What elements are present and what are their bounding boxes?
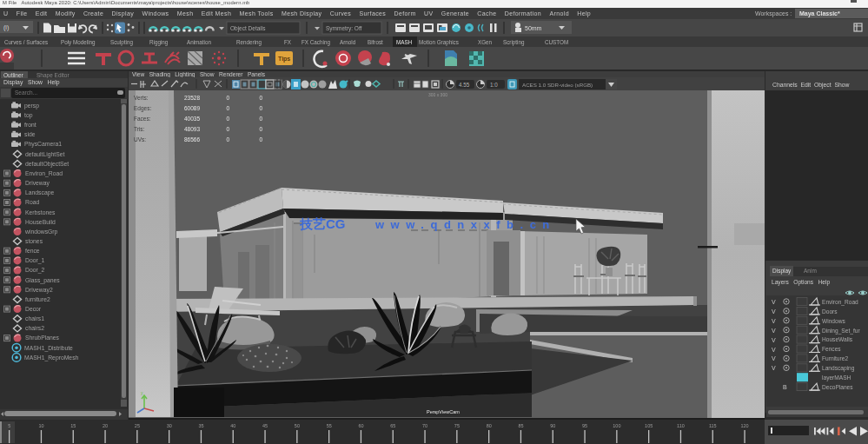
svg-text:技艺CG: 技艺CG (299, 216, 346, 231)
svg-text:0: 0 (259, 136, 262, 142)
svg-text:40035: 40035 (184, 116, 200, 122)
svg-text:15: 15 (70, 423, 76, 428)
svg-text:Symmetry: Off: Symmetry: Off (326, 25, 362, 32)
svg-text:Fences: Fences (822, 346, 841, 352)
svg-text:300 x 300: 300 x 300 (428, 92, 447, 97)
svg-text:120: 120 (741, 423, 749, 428)
svg-text:www.qdnxxfb.cn: www.qdnxxfb.cn (374, 218, 556, 231)
svg-text:DecoPlanes: DecoPlanes (822, 384, 853, 390)
svg-text:50mm: 50mm (525, 25, 542, 31)
svg-text:HouseWalls: HouseWalls (822, 336, 853, 342)
svg-text:30: 30 (167, 423, 172, 428)
svg-text:50: 50 (295, 423, 300, 428)
svg-text:ShrubPlanes: ShrubPlanes (25, 335, 60, 341)
svg-text:defaultLightSet: defaultLightSet (25, 151, 64, 158)
svg-text:4.55: 4.55 (459, 82, 470, 88)
svg-text:48093: 48093 (184, 126, 200, 132)
svg-text:V: V (772, 328, 776, 334)
svg-text:0: 0 (226, 126, 229, 132)
svg-text:5: 5 (8, 423, 10, 428)
svg-text:Edges:: Edges: (134, 105, 151, 112)
svg-text:90: 90 (550, 423, 555, 428)
svg-text:1:0: 1:0 (490, 82, 498, 88)
svg-text:20: 20 (103, 423, 108, 428)
svg-text:0: 0 (259, 95, 262, 101)
svg-text:V: V (772, 365, 776, 371)
svg-text:Object Details: Object Details (230, 25, 266, 32)
svg-text:windowsGrp: windowsGrp (24, 229, 58, 235)
svg-text:Driveway: Driveway (25, 180, 50, 187)
svg-text:PerspViewCam: PerspViewCam (427, 409, 460, 414)
svg-text:Verts:: Verts: (134, 95, 149, 101)
svg-text:MASH1_ReproMesh: MASH1_ReproMesh (24, 355, 79, 361)
svg-text:fence: fence (25, 248, 40, 254)
svg-text:Door_1: Door_1 (25, 257, 45, 264)
svg-text:stones: stones (25, 238, 43, 244)
svg-text:40: 40 (230, 423, 235, 428)
svg-text:80: 80 (487, 423, 492, 428)
svg-text:105: 105 (645, 423, 653, 428)
svg-text:0: 0 (259, 126, 262, 132)
svg-text:23528: 23528 (184, 95, 200, 101)
svg-text:0: 0 (226, 116, 229, 122)
svg-text:Road: Road (25, 199, 39, 205)
svg-text:0: 0 (259, 116, 262, 122)
svg-text:chairs1: chairs1 (25, 315, 44, 321)
svg-text:65: 65 (390, 423, 395, 428)
svg-text:10: 10 (38, 423, 43, 428)
svg-text:B: B (783, 384, 787, 390)
svg-text:ACES 1.0 SDR-video (sRGB): ACES 1.0 SDR-video (sRGB) (522, 82, 593, 88)
svg-text:HouseBuild: HouseBuild (25, 219, 56, 225)
svg-text:Driveway2: Driveway2 (25, 287, 53, 294)
svg-text:35: 35 (198, 423, 203, 428)
svg-text:persp: persp (24, 103, 39, 109)
svg-text:Environ_Road: Environ_Road (25, 170, 63, 177)
svg-text:55: 55 (327, 423, 332, 428)
svg-text:100: 100 (613, 423, 620, 428)
svg-text:Door_2: Door_2 (25, 267, 45, 274)
svg-text:Decor: Decor (25, 306, 42, 312)
svg-text:Windows: Windows (822, 318, 845, 324)
svg-text:V: V (772, 355, 776, 361)
svg-text:Furniture2: Furniture2 (822, 355, 848, 361)
svg-text:(i): (i) (3, 24, 9, 31)
svg-text:60: 60 (358, 423, 363, 428)
svg-text:Landscape: Landscape (25, 189, 54, 196)
svg-text:Glass_panes: Glass_panes (25, 277, 60, 284)
svg-text:Dining_Set_fur: Dining_Set_fur (822, 328, 860, 335)
svg-text:60089: 60089 (184, 105, 200, 111)
svg-text:Environ_Road: Environ_Road (822, 299, 858, 306)
svg-text:Tris:: Tris: (134, 126, 145, 132)
svg-text:V: V (772, 299, 776, 305)
svg-text:95: 95 (582, 423, 587, 428)
svg-text:side: side (24, 131, 36, 137)
svg-text:V: V (772, 337, 776, 343)
svg-text:front: front (24, 122, 36, 128)
svg-text:45: 45 (262, 423, 268, 428)
svg-text:70: 70 (422, 423, 427, 428)
svg-text:layerMASH: layerMASH (822, 374, 851, 381)
svg-text:top: top (24, 112, 33, 119)
svg-text:85: 85 (518, 423, 523, 428)
svg-text:0: 0 (226, 105, 229, 111)
svg-text:chairs2: chairs2 (25, 325, 44, 331)
svg-text:furniture2: furniture2 (25, 296, 50, 302)
svg-text:0: 0 (259, 105, 262, 111)
svg-text:Tips: Tips (278, 56, 290, 63)
svg-text:V: V (772, 318, 776, 324)
svg-text:0: 0 (226, 95, 229, 101)
svg-text:MASH1_Distribute: MASH1_Distribute (24, 345, 73, 352)
svg-text:110: 110 (677, 423, 685, 428)
svg-text:defaultObjectSet: defaultObjectSet (25, 161, 69, 168)
svg-text:UVs:: UVs: (134, 136, 146, 142)
svg-text:Faces:: Faces: (134, 116, 151, 122)
svg-text:V: V (772, 308, 776, 315)
svg-text:V: V (772, 347, 776, 353)
svg-text:Kerbstones: Kerbstones (25, 209, 56, 215)
svg-text:0: 0 (226, 136, 229, 142)
svg-text:86566: 86566 (184, 136, 200, 142)
svg-text:115: 115 (709, 423, 717, 428)
svg-text:75: 75 (454, 423, 460, 428)
svg-text:25: 25 (135, 423, 140, 428)
svg-text:Landscaping: Landscaping (822, 365, 855, 372)
